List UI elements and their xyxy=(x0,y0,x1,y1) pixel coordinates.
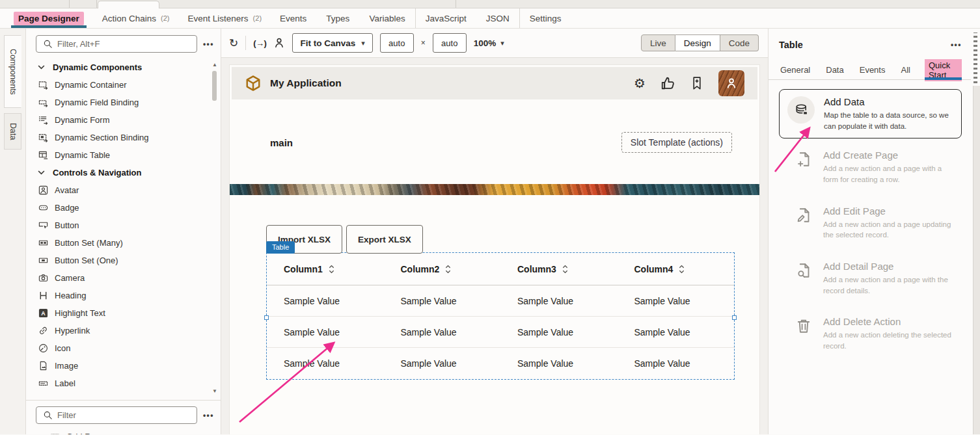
component-item[interactable]: Dynamic Container xyxy=(36,76,209,94)
table-cell: Sample Value xyxy=(267,327,384,337)
table-column-header[interactable]: Column1 xyxy=(267,264,384,274)
slot-template-button[interactable]: Slot Template (actions) xyxy=(621,132,732,153)
components-filter-box[interactable] xyxy=(36,35,197,53)
collapsed-edge-strip[interactable] xyxy=(971,29,980,434)
properties-tab[interactable]: Data xyxy=(824,60,845,79)
resize-handle-left[interactable] xyxy=(264,315,269,320)
quick-start-item[interactable]: Add Edit Page Add a new action and a pag… xyxy=(779,194,962,250)
gear-icon[interactable]: ⚙ xyxy=(634,77,646,90)
properties-tab[interactable]: General xyxy=(779,60,811,79)
editor-tab[interactable]: Types xyxy=(316,8,359,28)
table-cell: Sample Value xyxy=(384,327,501,337)
component-item[interactable]: Hyperlink xyxy=(36,322,209,339)
properties-tab[interactable]: Events xyxy=(858,60,887,79)
table-row[interactable]: Sample ValueSample ValueSample ValueSamp… xyxy=(267,348,734,379)
components-filter-input[interactable] xyxy=(57,39,191,49)
resize-handle-right[interactable] xyxy=(732,315,737,320)
thumbs-up-icon[interactable] xyxy=(660,75,675,91)
structure-item-partial[interactable]: Grid Row xyxy=(48,428,221,434)
component-item[interactable]: Icon xyxy=(36,339,209,357)
scrollbar-thumb[interactable] xyxy=(212,71,217,101)
component-item-label: Button Set (One) xyxy=(55,256,118,265)
component-item[interactable]: Dynamic Table xyxy=(36,146,209,164)
app-title: My Application xyxy=(270,77,625,89)
sort-icon[interactable] xyxy=(445,265,451,274)
image-icon xyxy=(38,361,48,371)
component-item-label: Label xyxy=(55,378,75,388)
component-item[interactable]: Avatar xyxy=(36,181,209,199)
quick-start-item[interactable]: Add Data Map the table to a data source,… xyxy=(779,89,962,138)
editor-tab[interactable]: JSON xyxy=(476,8,520,28)
structure-overflow-menu[interactable]: ••• xyxy=(203,411,214,420)
export-xlsx-button[interactable]: Export XLSX xyxy=(346,225,423,254)
structure-filter-box[interactable] xyxy=(36,406,197,424)
active-browser-tab[interactable] xyxy=(98,1,159,8)
component-item[interactable]: Dynamic Form xyxy=(36,111,209,129)
component-item[interactable]: Button Set (One) xyxy=(36,252,209,269)
component-item[interactable]: Heading xyxy=(36,287,209,304)
component-item[interactable]: Dynamic Field Binding xyxy=(36,94,209,111)
quick-start-item[interactable]: Add Delete Action Add a new action delet… xyxy=(779,305,962,360)
properties-tab[interactable]: All xyxy=(899,60,911,79)
editor-tab[interactable]: Events xyxy=(270,8,316,28)
zoom-select[interactable]: 100% ▾ xyxy=(474,38,504,48)
quick-start-item[interactable]: Add Create Page Add a new action and a p… xyxy=(779,138,962,194)
avatar[interactable] xyxy=(718,70,744,96)
component-item[interactable]: Camera xyxy=(36,269,209,287)
rail-tab-data[interactable]: Data xyxy=(4,113,21,150)
structure-filter-input[interactable] xyxy=(57,410,191,420)
component-item[interactable]: Button Set (Many) xyxy=(36,234,209,252)
person-icon[interactable] xyxy=(273,37,285,49)
properties-overflow-menu[interactable]: ••• xyxy=(951,40,962,49)
scroll-up-icon[interactable]: ▲ xyxy=(211,62,218,68)
component-item[interactable]: A Highlight Text xyxy=(36,304,209,322)
mode-button[interactable]: Code xyxy=(720,34,759,51)
sort-icon[interactable] xyxy=(329,265,334,274)
editor-tab[interactable]: Settings xyxy=(520,8,571,28)
sort-icon[interactable] xyxy=(562,265,568,274)
table-column-header[interactable]: Column4 xyxy=(618,264,735,274)
editor-tab[interactable]: JavaScript xyxy=(416,8,476,28)
app-header: My Application ⚙ xyxy=(232,67,757,99)
table-row[interactable]: Sample ValueSample ValueSample ValueSamp… xyxy=(267,285,734,317)
component-item[interactable]: Badge xyxy=(36,199,209,217)
live-cursor-icon[interactable]: (→) xyxy=(253,38,266,48)
table-component[interactable]: Column1 Column2 Column3 Column4 Sample V… xyxy=(266,252,735,380)
component-item[interactable]: Button xyxy=(36,217,209,234)
editor-tab[interactable]: Event Listeners (2) xyxy=(178,8,271,28)
editor-tab[interactable]: Variables xyxy=(359,8,415,28)
editor-tab-label: JSON xyxy=(485,12,511,25)
mode-button[interactable]: Live xyxy=(641,34,675,51)
component-item-label: Icon xyxy=(55,343,71,353)
canvas-height-input[interactable] xyxy=(433,33,467,53)
editor-tab[interactable]: Action Chains (2) xyxy=(92,8,178,28)
editor-tab[interactable]: Page Designer xyxy=(5,8,92,28)
rail-tab-components[interactable]: Components xyxy=(4,35,21,108)
editor-tab-count: (2) xyxy=(253,14,262,22)
component-item[interactable]: Label xyxy=(36,375,209,392)
mode-button[interactable]: Design xyxy=(675,34,720,51)
quick-start-item[interactable]: Add Detail Page Add a new action and a p… xyxy=(779,250,962,305)
scroll-down-icon[interactable]: ▼ xyxy=(211,388,218,395)
fit-to-canvas-select[interactable]: Fit to Canvas ▾ xyxy=(292,33,372,53)
table-column-header[interactable]: Column2 xyxy=(384,264,501,274)
section-controls-navigation[interactable]: Controls & Navigation xyxy=(36,164,209,181)
canvas-width-input[interactable] xyxy=(380,33,414,53)
properties-tab[interactable]: Quick Start xyxy=(925,60,962,79)
page-search-icon xyxy=(796,263,813,280)
table-row[interactable]: Sample ValueSample ValueSample ValueSamp… xyxy=(267,317,734,348)
section-dynamic-components[interactable]: Dynamic Components xyxy=(36,59,209,76)
component-item[interactable]: Image xyxy=(36,357,209,375)
app-logo-icon xyxy=(245,75,262,92)
dynamic-container-icon xyxy=(38,80,48,90)
bookmark-plus-icon[interactable] xyxy=(690,76,704,90)
component-item[interactable]: Dynamic Section Binding xyxy=(36,129,209,146)
sort-icon[interactable] xyxy=(679,265,685,274)
refresh-icon[interactable]: ↻ xyxy=(229,36,238,50)
design-canvas-region: ↻ (→) Fit to Canvas ▾ × 100% ▾ LiveDesig… xyxy=(221,29,768,434)
components-overflow-menu[interactable]: ••• xyxy=(203,40,214,49)
edge-scroll-track[interactable] xyxy=(973,86,980,434)
table-column-header[interactable]: Column3 xyxy=(500,264,618,274)
grid-row-icon xyxy=(49,431,60,434)
components-scrollbar[interactable]: ▲ ▼ xyxy=(211,62,218,395)
